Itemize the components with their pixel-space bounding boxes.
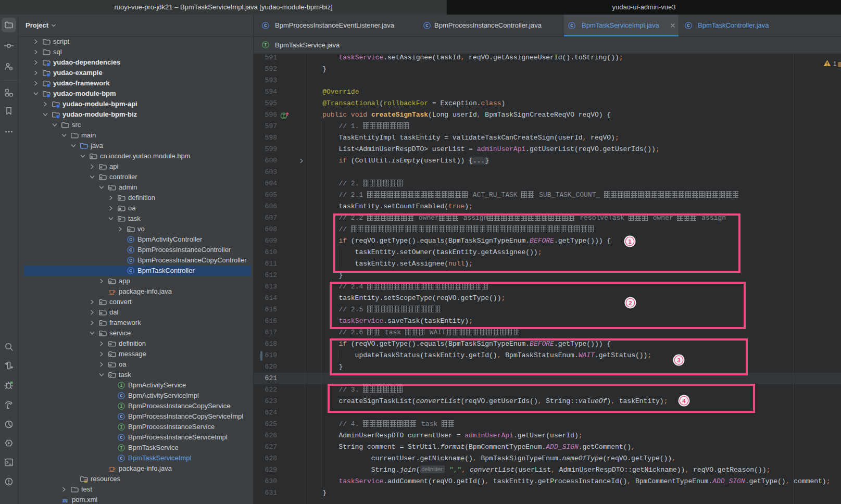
svg-text:C: C (570, 23, 573, 29)
svg-text:I: I (120, 425, 122, 430)
svg-text:4: 4 (682, 398, 686, 404)
svg-text:I: I (120, 446, 122, 451)
svg-text:1: 1 (833, 60, 836, 67)
svg-text:1: 1 (628, 238, 632, 245)
svg-text:C: C (129, 258, 132, 263)
svg-text:m: m (62, 496, 68, 504)
svg-text:C: C (120, 435, 123, 440)
svg-text:C: C (120, 394, 123, 399)
svg-text:2: 2 (629, 300, 632, 306)
svg-text:C: C (129, 269, 132, 274)
svg-text:I: I (120, 404, 122, 409)
svg-text:C: C (425, 23, 429, 29)
svg-text:C: C (687, 23, 690, 29)
svg-text:C: C (264, 23, 267, 29)
svg-text:I: I (264, 43, 267, 48)
svg-text:C: C (120, 414, 123, 420)
svg-text:3: 3 (677, 357, 680, 363)
svg-text:C: C (129, 248, 132, 253)
svg-text:I: I (120, 383, 122, 388)
svg-text:C: C (129, 237, 132, 243)
svg-text:C: C (120, 456, 123, 461)
